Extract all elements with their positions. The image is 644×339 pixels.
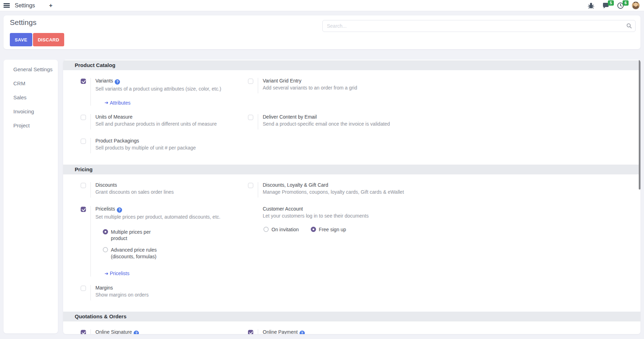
pricelists-checkbox[interactable] — [81, 207, 86, 212]
setting-product-packagings: Product Packagings Sell products by mult… — [81, 138, 248, 153]
setting-label: Customer Account — [263, 206, 369, 212]
activities-clock-icon[interactable]: 6 — [617, 2, 624, 9]
sidebar-item-invoicing[interactable]: Invoicing — [4, 105, 58, 119]
setting-customer-account: Customer Account Let your customers log … — [248, 206, 626, 233]
attributes-link[interactable]: ➔Attributes — [105, 100, 130, 106]
help-icon[interactable]: ? — [117, 207, 122, 213]
discounts-checkbox[interactable] — [81, 183, 86, 188]
setting-label: Variant Grid Entry — [263, 78, 357, 84]
setting-description: Sell variants of a product using attribu… — [95, 86, 221, 92]
radio-button[interactable] — [103, 247, 108, 252]
setting-label: Online Signature? — [95, 329, 195, 334]
section-body-product-catalog: Variants? Sell variants of a product usi… — [63, 70, 640, 165]
variants-checkbox[interactable] — [81, 79, 86, 84]
customer-account-radio-group: On invitation Free sign up — [263, 226, 369, 233]
section-body-quotations-orders: Online Signature? Request an online sign… — [63, 321, 640, 334]
setting-units-of-measure: Units of Measure Sell and purchase produ… — [81, 114, 248, 129]
units-of-measure-checkbox[interactable] — [81, 115, 86, 120]
help-icon[interactable]: ? — [300, 331, 305, 334]
radio-button[interactable] — [263, 227, 269, 232]
debug-bug-icon[interactable] — [588, 2, 595, 9]
messages-count-badge: 5 — [608, 0, 614, 6]
setting-label: Product Packagings — [95, 138, 196, 144]
sidebar-item-project[interactable]: Project — [4, 119, 58, 133]
user-avatar[interactable] — [632, 1, 640, 9]
pricelists-radio-group: Multiple prices per product Advanced pri… — [103, 229, 220, 260]
settings-header-card: Settings SAVE DISCARD — [4, 15, 640, 49]
product-packagings-checkbox[interactable] — [81, 139, 86, 144]
setting-label: Variants? — [95, 78, 221, 85]
vertical-scrollbar[interactable] — [639, 60, 640, 190]
setting-label: Pricelists? — [95, 206, 220, 213]
help-icon[interactable]: ? — [134, 331, 139, 334]
setting-description: Send a product-specific email once the i… — [263, 121, 390, 127]
setting-description: Sell products by multiple of unit # per … — [95, 145, 196, 151]
radio-button[interactable] — [103, 229, 108, 234]
radio-on-invitation[interactable]: On invitation — [263, 226, 299, 233]
app-title[interactable]: Settings — [15, 2, 35, 9]
setting-description: Set multiple prices per product, automat… — [95, 214, 220, 220]
online-signature-checkbox[interactable] — [81, 330, 86, 334]
deliver-content-by-email-checkbox[interactable] — [248, 115, 253, 120]
setting-description: Add several variants to an order from a … — [263, 85, 357, 91]
section-body-pricing: Discounts Grant discounts on sales order… — [63, 174, 640, 312]
arrow-right-icon: ➔ — [105, 100, 108, 105]
setting-online-payment: Online Payment? Request an online paymen… — [248, 329, 626, 334]
section-header-product-catalog: Product Catalog — [63, 60, 640, 70]
setting-variants: Variants? Sell variants of a product usi… — [81, 78, 248, 106]
online-payment-checkbox[interactable] — [248, 330, 253, 334]
margins-checkbox[interactable] — [81, 286, 86, 291]
radio-advanced-price-rules[interactable]: Advanced price rules (discounts, formula… — [103, 247, 220, 260]
messages-icon[interactable]: 5 — [602, 2, 609, 9]
setting-label: Discounts — [95, 182, 174, 188]
settings-sidebar: General Settings CRM Sales Invoicing Pro… — [4, 60, 58, 333]
search-input[interactable] — [322, 20, 636, 32]
activities-count-badge: 6 — [623, 0, 629, 6]
new-tab-plus-button[interactable]: + — [49, 2, 53, 9]
setting-variant-grid-entry: Variant Grid Entry Add several variants … — [248, 78, 626, 93]
variant-grid-entry-checkbox[interactable] — [248, 79, 253, 84]
setting-label: Online Payment? — [263, 329, 361, 334]
radio-multiple-prices-per-product[interactable]: Multiple prices per product — [103, 229, 220, 242]
section-header-quotations-orders: Quotations & Orders — [63, 312, 640, 321]
arrow-right-icon: ➔ — [105, 271, 108, 276]
setting-label: Margins — [95, 285, 149, 291]
sidebar-item-general-settings[interactable]: General Settings — [4, 62, 58, 77]
setting-label: Discounts, Loyalty & Gift Card — [263, 182, 404, 188]
setting-description: Grant discounts on sales order lines — [95, 189, 174, 195]
setting-description: Sell and purchase products in different … — [95, 121, 217, 127]
setting-online-signature: Online Signature? Request an online sign… — [81, 329, 248, 334]
sidebar-item-crm[interactable]: CRM — [4, 77, 58, 91]
setting-deliver-content-by-email: Deliver Content by Email Send a product-… — [248, 114, 626, 129]
settings-main-panel: Product Catalog Variants? Sell variants … — [63, 60, 640, 334]
setting-pricelists: Pricelists? Set multiple prices per prod… — [81, 206, 248, 277]
setting-description: Let your customers log in to see their d… — [263, 213, 369, 219]
sidebar-item-sales[interactable]: Sales — [4, 91, 58, 105]
discounts-loyalty-gift-card-checkbox[interactable] — [248, 183, 253, 188]
apps-menu-icon[interactable] — [4, 3, 10, 8]
save-button[interactable]: SAVE — [10, 33, 32, 46]
setting-label: Units of Measure — [95, 114, 217, 120]
setting-margins: Margins Show margins on orders — [81, 285, 248, 300]
setting-description: Manage Promotions, coupons, loyalty card… — [263, 189, 404, 195]
top-navbar: Settings + 5 6 — [0, 0, 644, 11]
discard-button[interactable]: DISCARD — [33, 33, 64, 46]
section-header-pricing: Pricing — [63, 165, 640, 174]
setting-label: Deliver Content by Email — [263, 114, 390, 120]
setting-discounts-loyalty-gift-card: Discounts, Loyalty & Gift Card Manage Pr… — [248, 182, 626, 198]
radio-button[interactable] — [311, 227, 316, 232]
setting-discounts: Discounts Grant discounts on sales order… — [81, 182, 248, 198]
page-title: Settings — [10, 18, 36, 27]
search-icon[interactable] — [626, 23, 632, 29]
pricelists-link[interactable]: ➔Pricelists — [105, 271, 129, 276]
radio-free-sign-up[interactable]: Free sign up — [311, 226, 346, 233]
help-icon[interactable]: ? — [115, 79, 120, 85]
setting-description: Show margins on orders — [95, 292, 149, 298]
